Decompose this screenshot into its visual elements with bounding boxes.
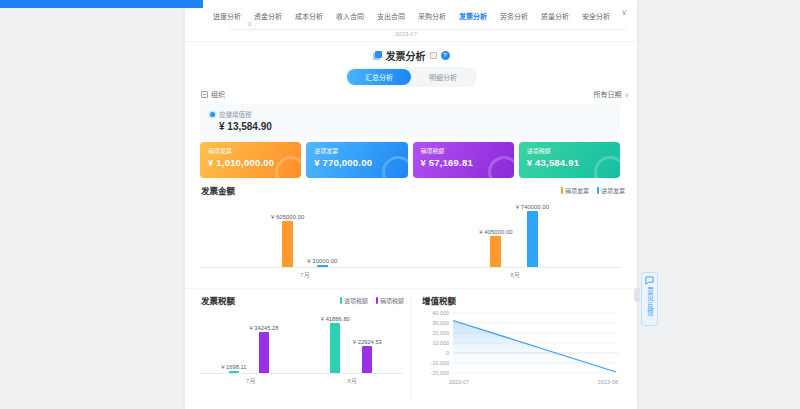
card-input-invoice[interactable]: 进项发票 ¥ 770,000.00 [306,142,407,178]
invoice-tax-chart[interactable]: ¥ 1698.11¥ 34245.28¥ 41886.80¥ 22924.53 … [200,314,403,385]
page-title-row: 发票分析 ? [185,47,637,63]
nav-tab-质量分析[interactable]: 质量分析 [541,11,569,21]
legend-chip-icon [376,297,378,304]
vat-kpi-card: 应缴增值税 ¥ 13,584.90 [200,104,620,137]
bar-进项税额-8月[interactable] [330,323,340,373]
bottom-section-divider [185,288,637,289]
remnant-axis-line [230,29,627,30]
legend-进项发票[interactable]: 进项发票 [597,186,625,195]
invoice-tax-title: 发票税额 [201,294,235,306]
chevron-down-icon: ∨ [625,91,629,98]
card-label: 进项税额 [527,146,612,155]
date-filter[interactable]: 所有日期 ∨ [594,89,629,99]
bar-value-label: ¥ 30000.00 [307,258,337,264]
card-label: 销项税额 [421,146,506,155]
invoice-amount-title: 发票金额 [201,184,235,196]
svg-text:2023-07: 2023-07 [449,379,469,385]
nav-collapse-icon[interactable]: ∨ [621,8,627,17]
bar-group-7月: ¥ 605000.00¥ 30000.00 [271,214,337,267]
legend-chip-icon [340,297,342,304]
bar-value-label: ¥ 41886.80 [321,316,350,322]
feedback-widget[interactable]: 意见反馈 [641,272,658,326]
kpi-dot-icon [210,112,215,117]
feedback-widget-handle[interactable] [634,288,640,302]
vertical-divider [410,296,411,399]
legend-chip-icon [597,187,599,194]
vat-line-chart[interactable]: 40,00030,00020,00010,0000-10,000-20,0002… [420,306,620,390]
bar-group-8月: ¥ 405000.00¥ 740000.00 [479,204,549,267]
bar-value-label: ¥ 740000.00 [516,204,549,210]
kpi-label: 应缴增值税 [219,109,252,119]
nav-tab-支出合同[interactable]: 支出合同 [377,11,405,21]
invoice-amount-chart[interactable]: ¥ 605000.00¥ 30000.00¥ 405000.00¥ 740000… [200,202,620,279]
svg-text:2023-08: 2023-08 [598,379,618,385]
nav-tab-劳务分析[interactable]: 劳务分析 [500,11,528,21]
svg-text:10,000: 10,000 [432,340,449,346]
invoice-tax-header: 发票税额 进项税额销项税额 [201,294,404,306]
date-filter-label: 所有日期 [594,89,622,99]
svg-text:-10,000: -10,000 [430,360,449,366]
nav-tab-资金分析[interactable]: 资金分析 [254,11,282,21]
bar-group-8月: ¥ 41886.80¥ 22924.53 [321,316,382,373]
remnant-x-label: 2023-07 [395,31,417,37]
bar-销项发票-7月[interactable] [282,221,293,267]
nav-tab-安全分析[interactable]: 安全分析 [582,11,610,21]
bar-value-label: ¥ 605000.00 [271,214,304,220]
nav-tabs: 进度分析资金分析成本分析收入合同支出合同采购分析发票分析劳务分析质量分析安全分析 [185,8,637,24]
svg-text:-20,000: -20,000 [430,370,449,376]
legend-销项发票[interactable]: 销项发票 [561,186,589,195]
tab-detail-analysis[interactable]: 明细分析 [411,69,475,85]
chat-bubble-icon [645,276,654,285]
card-value: ¥ 770,000.00 [314,157,399,168]
bar-进项发票-7月[interactable] [317,265,328,267]
category-label: 7月 [246,376,255,385]
filter-row: 组织 所有日期 ∨ [201,89,629,99]
nav-tab-发票分析[interactable]: 发票分析 [459,11,487,21]
legend-进项税额[interactable]: 进项税额 [340,296,368,305]
card-value: ¥ 57,169.81 [421,157,506,168]
category-label: 8月 [510,270,519,279]
bar-value-label: ¥ 34245.28 [250,325,279,331]
bar-value-label: ¥ 22924.53 [353,339,382,345]
svg-text:20,000: 20,000 [432,330,449,336]
help-icon[interactable]: ? [441,51,450,60]
bar-value-label: ¥ 1698.11 [221,364,246,370]
bar-销项税额-8月[interactable] [362,346,372,373]
bar-value-label: ¥ 405000.00 [479,229,512,235]
nav-tab-成本分析[interactable]: 成本分析 [295,11,323,21]
card-input-tax[interactable]: 进项税额 ¥ 43,584.91 [519,142,620,178]
org-filter-label: 组织 [211,89,225,99]
org-filter[interactable]: 组织 [201,89,225,99]
vat-chart-header: 增值税额 [422,294,620,306]
svg-text:40,000: 40,000 [432,310,449,316]
title-badge-icon [430,52,437,59]
bar-销项发票-8月[interactable] [490,236,501,267]
bar-进项发票-8月[interactable] [527,211,538,267]
nav-tab-采购分析[interactable]: 采购分析 [418,11,446,21]
invoice-amount-legend: 销项发票进项发票 [561,186,625,195]
invoice-analysis-icon [373,51,382,60]
bar-销项税额-7月[interactable] [259,332,269,373]
card-output-invoice[interactable]: 销项发票 ¥ 1,010,000.00 [200,142,301,178]
summary-cards-row: 销项发票 ¥ 1,010,000.00 进项发票 ¥ 770,000.00 销项… [200,142,620,178]
legend-销项税额[interactable]: 销项税额 [376,296,404,305]
vat-chart-title: 增值税额 [422,294,456,306]
dashboard-page: 进度分析资金分析成本分析收入合同支出合同采购分析发票分析劳务分析质量分析安全分析… [0,0,800,409]
card-output-tax[interactable]: 销项税额 ¥ 57,169.81 [413,142,514,178]
org-icon [201,91,208,98]
svg-text:30,000: 30,000 [432,320,449,326]
card-label: 销项发票 [208,146,293,155]
legend-chip-icon [561,187,563,194]
main-content-panel: 进度分析资金分析成本分析收入合同支出合同采购分析发票分析劳务分析质量分析安全分析… [185,0,637,409]
bar-group-7月: ¥ 1698.11¥ 34245.28 [221,325,278,373]
nav-tab-收入合同[interactable]: 收入合同 [336,11,364,21]
card-value: ¥ 43,584.91 [527,157,612,168]
view-switcher: 汇总分析 明细分析 [345,67,477,87]
category-label: 7月 [300,270,309,279]
invoice-tax-legend: 进项税额销项税额 [340,296,404,305]
tab-summary-analysis[interactable]: 汇总分析 [347,69,411,85]
nav-tab-进度分析[interactable]: 进度分析 [213,11,241,21]
invoice-amount-header: 发票金额 销项发票进项发票 [201,184,625,196]
section-divider [185,41,637,42]
bar-进项税额-7月[interactable] [229,371,239,373]
